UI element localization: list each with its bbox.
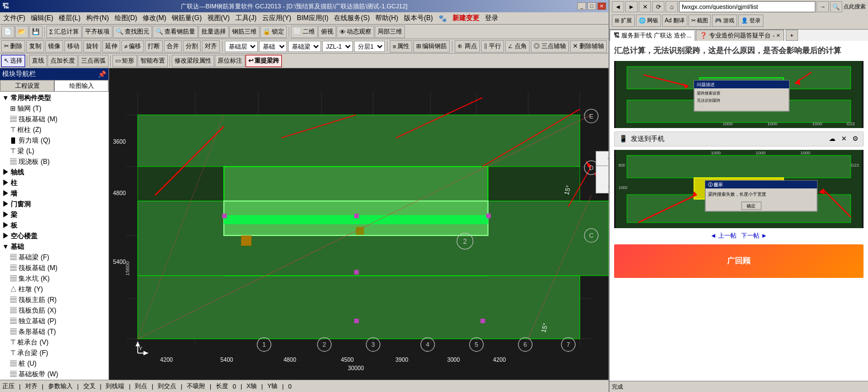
tree-item-beam[interactable]: ⊤ 梁 (L) — [1, 146, 107, 157]
menu-tools[interactable]: 工具(J) — [233, 12, 259, 24]
browser-tab-1[interactable]: 🏗 服务新干线 广联达 造价... — [610, 30, 695, 41]
delete-aux-btn[interactable]: ✕ 删除辅轴 — [570, 40, 607, 53]
tree-item-found-beam[interactable]: ▤ 基础梁 (F) — [1, 252, 107, 263]
component-type-dropdown[interactable]: 基础 — [259, 41, 287, 52]
copy-btn[interactable]: 复制 — [26, 40, 44, 53]
tree-item-column-cap[interactable]: △ 柱墩 (Y) — [1, 284, 107, 295]
ctx-delete-support[interactable]: ✕ 删除支座 — [596, 167, 608, 180]
browser-search[interactable]: 🔍 — [830, 1, 842, 12]
menu-edit[interactable]: 编辑(E) — [29, 12, 55, 24]
tree-item-axis[interactable]: ⊞ 轴网 (T) — [1, 103, 107, 114]
menu-new-change[interactable]: 新建变更 — [450, 12, 482, 24]
browser-go[interactable]: → — [817, 1, 829, 12]
menu-online[interactable]: 在线服务(S) — [332, 12, 372, 24]
tree-group-wall[interactable]: ▶ 墙 — [1, 188, 107, 199]
tree-item-pile[interactable]: ▤ 桩 (U) — [1, 358, 107, 369]
two-point-btn[interactable]: ⊕ 两点 — [455, 40, 479, 53]
tree-group-openings[interactable]: ▶ 门窗洞 — [1, 199, 107, 210]
rotate-btn[interactable]: 旋转 — [83, 40, 101, 53]
tree-group-beams[interactable]: ▶ 梁 — [1, 210, 107, 220]
move-btn[interactable]: 移动 — [64, 40, 82, 53]
site-annotation-btn[interactable]: 原位标注 — [215, 55, 245, 67]
menu-draw[interactable]: 绘图(D) — [112, 12, 140, 24]
tree-item-frame-col[interactable]: ⊤ 框柱 (Z) — [1, 125, 107, 135]
address-bar[interactable] — [679, 1, 815, 12]
break-btn[interactable]: 打断 — [145, 40, 163, 53]
menu-modify[interactable]: 修改(M) — [140, 12, 168, 24]
translate-btn[interactable]: Ad 翻译 — [662, 15, 687, 27]
layer-dropdown[interactable]: 分层1 — [354, 41, 385, 52]
expand-btn[interactable]: ⊞ 扩展 — [612, 15, 635, 27]
find-element-btn[interactable]: 🔍 查找图元 — [113, 26, 152, 38]
tree-item-raft2[interactable]: ▤ 筏板基础 (M) — [1, 263, 107, 273]
tree-item-raft-top-rebar[interactable]: ▤ 筏板主筋 (R) — [1, 295, 107, 305]
netbank-btn[interactable]: 🌐 网银 — [636, 15, 661, 27]
dynamic-observe-btn[interactable]: 👁 动态观察 — [337, 26, 374, 38]
extend-btn[interactable]: 延伸 — [102, 40, 120, 53]
menu-cloud[interactable]: 云应用(Y) — [260, 12, 294, 24]
maximize-btn[interactable]: □ — [587, 2, 596, 10]
browser-stop[interactable]: ✕ — [639, 1, 651, 12]
summarize-calc-btn[interactable]: Σ 汇总计算 — [46, 26, 82, 38]
beam-type-dropdown[interactable]: 基础梁 — [288, 41, 321, 52]
tree-item-sump[interactable]: ▤ 集水坑 (K) — [1, 273, 107, 284]
delete-btn[interactable]: ✂ 删除 — [1, 40, 25, 53]
menu-floor[interactable]: 楼层(L) — [56, 12, 83, 24]
browser-forward[interactable]: ► — [625, 1, 638, 12]
menu-bim[interactable]: BIM应用(I) — [295, 12, 331, 24]
2d-btn[interactable]: ⬜ 二维 — [291, 26, 318, 38]
canvas-area[interactable]: 15° 15° 1 2 3 4 5 6 7 E — [109, 68, 608, 380]
batch-select-btn[interactable]: 批量选择 — [199, 26, 229, 38]
tree-group-foundation[interactable]: ▼ 基础 — [1, 242, 107, 252]
tree-item-slab[interactable]: ▤ 现浇板 (B) — [1, 157, 107, 167]
browser-login-btn[interactable]: 👤 登录 — [738, 15, 763, 27]
browser-content[interactable]: 汇总计算，无法识别梁跨，这是什么原因，是否会影响最后的计算 问题描述 梁跨搜索设… — [610, 41, 868, 381]
floor-dropdown[interactable]: 基础层 — [225, 41, 258, 52]
tree-group-slabs[interactable]: ▶ 板 — [1, 220, 107, 231]
rect-btn[interactable]: ▭ 矩形 — [112, 55, 137, 67]
menu-help[interactable]: 帮助(H) — [373, 12, 400, 24]
tree-item-raft-neg-rebar[interactable]: ▤ 筏板负筋 (X) — [1, 305, 107, 316]
minimize-btn[interactable]: _ — [577, 2, 586, 10]
tree-group-column[interactable]: ▶ 柱 — [1, 178, 107, 188]
tree-item-isolated-found[interactable]: ▤ 独立基础 (P) — [1, 316, 107, 327]
split-btn[interactable]: 分割 — [183, 40, 201, 53]
tree-group-axis[interactable]: ▶ 轴线 — [1, 167, 107, 178]
tree-item-found-strip-belt[interactable]: ▤ 基础板带 (W) — [1, 369, 107, 380]
browser-tab-2[interactable]: ❓ 专业造价问题答疑平台 - × — [696, 30, 784, 41]
merge-btn[interactable]: 合并 — [164, 40, 182, 53]
nav-tab-setup[interactable]: 工程设置 — [0, 80, 54, 92]
parallel-btn[interactable]: ∥ 平行 — [481, 40, 504, 53]
ctx-set-support[interactable]: + 设置支座 — [596, 180, 608, 193]
menu-version[interactable]: 版本号(B) — [402, 12, 435, 24]
offset-btn[interactable]: ≠ 偏移 — [121, 40, 144, 53]
tree-item-raft[interactable]: ▤ 筏板基础 (M) — [1, 114, 107, 125]
close-btn[interactable]: ✕ — [597, 2, 606, 10]
re-extract-span-btn[interactable]: ↩ 重提梁跨 — [246, 55, 282, 67]
rebar-3d-btn[interactable]: 钢筋三维 — [229, 26, 260, 38]
prev-post-btn[interactable]: ◄ 上一帖 — [710, 232, 737, 240]
three-point-aux-btn[interactable]: ◎ 三点辅轴 — [531, 40, 569, 53]
view-rebar-btn[interactable]: 🔍 查看钢筋量 — [153, 26, 198, 38]
nav-tab-draw[interactable]: 绘图输入 — [54, 80, 108, 92]
tree-item-shear-wall[interactable]: ▋ 剪力墙 (Q) — [1, 135, 107, 146]
ctx-re-extract-span[interactable]: ↩ 重提梁跨 — [596, 152, 608, 164]
games-btn[interactable]: 🎮 游戏 — [712, 15, 737, 27]
open-btn[interactable]: 📂 — [15, 26, 29, 38]
settings-icon[interactable]: ⚙ — [852, 135, 858, 143]
save-btn[interactable]: 💾 — [29, 26, 43, 38]
new-btn[interactable]: 📄 — [1, 26, 15, 38]
flat-plate-btn[interactable]: 平齐板项 — [82, 26, 112, 38]
close-dialog-icon[interactable]: ✕ — [841, 135, 847, 143]
angle-point-btn[interactable]: ∠ 点角 — [505, 40, 530, 53]
next-post-btn[interactable]: 下一帖 ► — [741, 232, 767, 240]
menu-file[interactable]: 文件(F) — [1, 12, 27, 24]
tree-item-cap-beam[interactable]: ⊤ 承台梁 (F) — [1, 348, 107, 358]
new-tab-btn[interactable]: + — [786, 30, 798, 41]
three-point-arc-btn[interactable]: 三点画弧 — [78, 55, 108, 67]
tree-item-pile-cap[interactable]: ⊤ 桩承台 (V) — [1, 337, 107, 348]
beam-id-dropdown[interactable]: JZL-1 — [322, 41, 353, 52]
select-btn[interactable]: ↖ 选择 — [1, 55, 25, 67]
tree-group-hollow[interactable]: ▶ 空心楼盖 — [1, 231, 107, 242]
ad-banner[interactable]: 广回顾 — [614, 244, 864, 278]
